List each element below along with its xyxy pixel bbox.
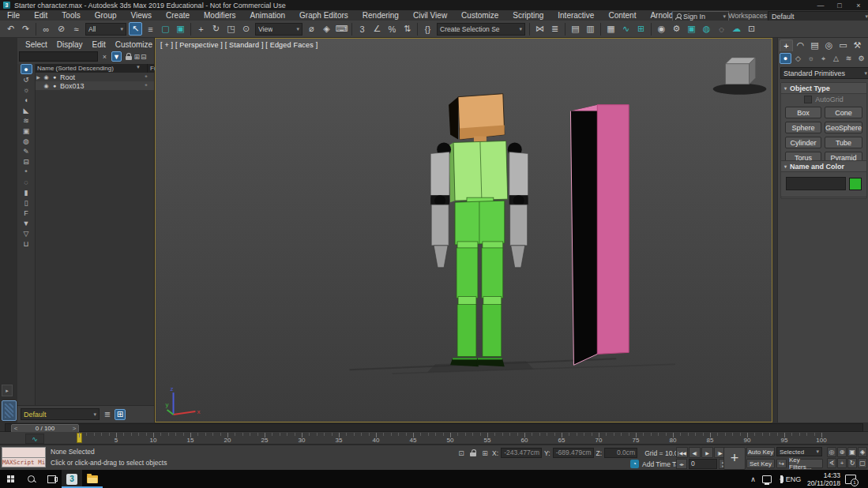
track-bar[interactable]: ∿ 51015202530354045505560657075808590951… <box>0 432 868 445</box>
left-forearm[interactable] <box>431 205 449 246</box>
show-hidden-icons-button[interactable]: ∧ <box>747 470 759 488</box>
filter-helpers-icon[interactable]: ◣ <box>21 105 32 115</box>
edit-named-selection-sets-icon[interactable]: {} <box>421 22 434 36</box>
filter-edit-funnel-icon[interactable]: ▼ <box>21 218 32 228</box>
mini-curve-editor-button[interactable]: ∿ <box>25 434 44 444</box>
object-type-header[interactable]: ▾ Object Type <box>781 83 866 94</box>
z-coordinate-field[interactable]: 0.0cm <box>604 448 637 458</box>
time-slider-track[interactable]: < 0 / 100 > <box>5 423 863 432</box>
select-and-move-icon[interactable]: + <box>194 22 208 36</box>
menu-scripting[interactable]: Scripting <box>505 10 550 21</box>
menu-create[interactable]: Create <box>159 10 197 21</box>
object-type-box[interactable]: Box <box>785 107 821 118</box>
left-hand[interactable] <box>434 246 448 268</box>
object-type-cylinder[interactable]: Cylinder <box>785 137 821 148</box>
maxscript-listener-label[interactable]: MAXScript Mi <box>2 458 46 467</box>
use-pivot-point-center-icon[interactable]: ⌀ <box>305 22 318 36</box>
object-color-swatch[interactable] <box>849 178 862 190</box>
set-key-button[interactable]: Set Key <box>746 459 775 468</box>
orbit-icon[interactable]: ↻ <box>847 458 857 468</box>
filter-f-icon[interactable]: F <box>21 208 32 218</box>
render-toggle-icon[interactable]: ● <box>51 83 58 88</box>
start-button[interactable] <box>0 470 21 488</box>
filter-hidden-icon[interactable]: ◌ <box>21 177 32 187</box>
explorer-hierarchy-view-icon[interactable]: ⊞ <box>115 409 126 420</box>
minimize-button[interactable]: — <box>811 0 830 10</box>
right-thigh[interactable] <box>482 248 503 298</box>
head-side-face[interactable] <box>449 97 458 140</box>
search-filter-icon[interactable]: ▼ <box>111 51 122 62</box>
render-toggle-icon[interactable]: ● <box>51 74 58 80</box>
category-lights-icon[interactable]: ☼ <box>805 53 817 64</box>
name-color-header[interactable]: ▾ Name and Color <box>781 161 866 172</box>
pelvis[interactable] <box>455 201 505 245</box>
viewport-canvas[interactable]: z x y <box>156 39 772 422</box>
select-by-name-icon[interactable]: ≡ <box>144 22 157 36</box>
x-coordinate-field[interactable]: -243.477cm <box>501 448 542 458</box>
explorer-flat-list-icon[interactable]: ≣ <box>102 409 113 420</box>
menu-views[interactable]: Views <box>124 10 160 21</box>
y-coordinate-field[interactable]: -689.479cm <box>553 448 594 458</box>
pan-icon[interactable]: + <box>837 458 847 468</box>
object-name-input[interactable] <box>786 177 846 190</box>
tab-motion[interactable]: ◎ <box>822 39 836 51</box>
category-space-warps-icon[interactable]: ≋ <box>843 53 855 64</box>
taskbar-3dsmax-button[interactable]: 3 <box>62 470 82 488</box>
maximize-button[interactable]: □ <box>830 0 849 10</box>
explorer-remove-column-icon[interactable]: ⊟ <box>141 53 147 61</box>
object-type-sphere[interactable]: Sphere <box>785 122 821 133</box>
render-setup-icon[interactable]: ⚙ <box>670 22 683 36</box>
filter-all-objects-icon[interactable]: ● <box>21 64 32 74</box>
field-of-view-icon[interactable]: ∢ <box>827 458 836 468</box>
object-type-tube[interactable]: Tube <box>825 137 862 148</box>
filter-pick-icon[interactable]: ✎ <box>21 146 32 156</box>
visibility-icon[interactable]: ◉ <box>42 74 51 81</box>
current-frame-field[interactable]: 0 <box>689 459 717 469</box>
next-frame-arrow[interactable]: > <box>70 425 78 432</box>
toggle-ribbon-icon[interactable]: ▦ <box>604 22 618 36</box>
menu-graph-editors[interactable]: Graph Editors <box>292 10 355 21</box>
window-crossing-icon[interactable]: ▣ <box>174 22 187 36</box>
previous-frame-button[interactable]: ◀| <box>689 447 701 458</box>
select-and-rotate-icon[interactable]: ↻ <box>209 22 223 36</box>
toggle-scene-explorer-icon[interactable]: ▤ <box>569 22 582 36</box>
volume-tray-icon[interactable] <box>774 470 786 488</box>
expand-icon[interactable]: ▶ <box>35 74 42 80</box>
redo-icon[interactable]: ↷ <box>19 22 32 36</box>
category-helpers-icon[interactable]: △ <box>830 53 842 64</box>
right-hand[interactable] <box>511 246 525 268</box>
category-shapes-icon[interactable]: ◇ <box>792 53 804 64</box>
key-filter-icon[interactable]: ↪ <box>776 459 787 468</box>
explorer-row-box013[interactable]: ◉●Box013* <box>35 81 154 90</box>
network-tray-icon[interactable] <box>761 470 772 488</box>
box013-object[interactable] <box>570 105 629 366</box>
selection-lock-icon[interactable] <box>468 449 478 458</box>
visibility-icon[interactable]: ◉ <box>42 83 51 89</box>
explorer-menu-edit[interactable]: Edit <box>88 39 111 50</box>
filter-frozen-icon[interactable]: * <box>21 167 32 177</box>
select-and-manipulate-icon[interactable]: ◈ <box>320 22 333 36</box>
filter-lights-icon[interactable]: ☼ <box>21 84 32 95</box>
explorer-preset-dropdown[interactable]: Default ▾ <box>21 408 100 420</box>
menu-animation[interactable]: Animation <box>243 10 292 21</box>
filter-funnel-icon[interactable]: ▽ <box>21 228 32 238</box>
left-thigh[interactable] <box>457 248 478 298</box>
clear-search-icon[interactable]: × <box>100 51 110 62</box>
mirror-icon[interactable]: ⋈ <box>533 22 547 36</box>
taskbar-file-explorer-button[interactable] <box>82 470 103 488</box>
filter-space-warps-icon[interactable]: ≋ <box>21 115 32 126</box>
explorer-search-input[interactable] <box>19 51 98 62</box>
schematic-view-icon[interactable]: ⊞ <box>634 22 648 36</box>
zoom-extents-all-icon[interactable]: ◈ <box>858 447 867 457</box>
taskbar-search-button[interactable] <box>21 470 41 488</box>
filter-bones-icon[interactable]: ▮ <box>21 187 32 197</box>
bind-to-space-warp-icon[interactable]: ≈ <box>70 22 83 36</box>
go-to-start-button[interactable]: |◀◀ <box>676 447 688 458</box>
menu-group[interactable]: Group <box>88 10 124 21</box>
menu-content[interactable]: Content <box>601 10 643 21</box>
set-keys-button[interactable]: + <box>723 447 746 470</box>
open-autodesk-drive-icon[interactable]: ⊡ <box>745 22 758 36</box>
character-model[interactable] <box>430 94 528 367</box>
explorer-menu-display[interactable]: Display <box>52 39 88 50</box>
menu-tools[interactable]: Tools <box>54 10 87 21</box>
